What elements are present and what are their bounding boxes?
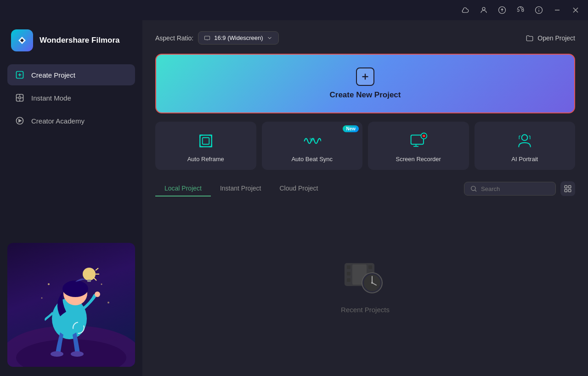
content-area: Aspect Ratio: 16:9 (Widescreen) — [142, 20, 588, 376]
svg-point-22 — [62, 281, 88, 297]
account-icon[interactable] — [479, 5, 489, 15]
svg-point-30 — [95, 292, 100, 297]
sidebar-item-instant-mode[interactable]: Instant Mode — [7, 87, 135, 108]
close-button[interactable] — [571, 5, 581, 15]
feature-card-ai-portrait[interactable]: AI Portrait — [475, 122, 576, 170]
empty-state-label: Recent Projects — [341, 306, 390, 314]
svg-rect-61 — [347, 272, 351, 275]
minimize-button[interactable] — [552, 5, 562, 15]
plus-icon — [360, 72, 370, 82]
svg-rect-41 — [200, 135, 211, 146]
open-project-label: Open Project — [537, 34, 575, 42]
svg-point-45 — [422, 135, 425, 137]
sidebar-item-label-creator-academy: Creator Academy — [31, 117, 85, 125]
sidebar-item-label-create-project: Create Project — [31, 71, 75, 79]
svg-point-48 — [522, 135, 528, 140]
empty-state-icon — [342, 256, 388, 297]
main-layout: Wondershare Filmora Create Project — [0, 20, 588, 376]
chevron-down-icon — [266, 35, 273, 41]
titlebar — [0, 0, 588, 20]
cloud-icon[interactable] — [460, 5, 470, 15]
sidebar-item-label-instant-mode: Instant Mode — [31, 94, 71, 102]
svg-rect-56 — [569, 185, 571, 188]
svg-rect-24 — [87, 280, 91, 282]
create-project-icon — [15, 70, 25, 80]
svg-point-34 — [101, 284, 102, 285]
grid-icon — [564, 185, 572, 193]
upload-icon[interactable] — [497, 5, 507, 15]
svg-rect-55 — [565, 185, 567, 188]
sidebar-illustration — [7, 243, 135, 367]
tabs-row: Local Project Instant Project Cloud Proj… — [155, 181, 575, 196]
svg-point-28 — [51, 351, 63, 357]
svg-point-12 — [19, 97, 21, 99]
brand-name: Wondershare Filmora — [40, 35, 119, 45]
creator-academy-icon — [15, 116, 25, 126]
sidebar: Wondershare Filmora Create Project — [0, 20, 142, 376]
aspect-ratio-label: Aspect Ratio: — [155, 34, 193, 42]
feature-card-auto-reframe[interactable]: Auto Reframe — [155, 122, 256, 170]
feature-card-label-auto-beat-sync: Auto Beat Sync — [291, 156, 333, 163]
content-header: Aspect Ratio: 16:9 (Widescreen) — [155, 31, 575, 45]
auto-reframe-icon — [196, 131, 216, 151]
auto-beat-sync-icon — [302, 131, 322, 151]
feature-card-auto-beat-sync[interactable]: New Auto Beat Sync — [262, 122, 363, 170]
svg-line-54 — [475, 190, 476, 191]
new-badge: New — [343, 125, 359, 132]
create-new-project-label: Create New Project — [330, 90, 401, 100]
grid-view-button[interactable] — [560, 181, 575, 196]
svg-point-35 — [107, 302, 109, 303]
info-icon[interactable] — [534, 5, 544, 15]
search-icon — [470, 185, 477, 192]
instant-mode-icon — [15, 93, 25, 103]
search-box[interactable] — [464, 182, 556, 196]
svg-rect-63 — [368, 265, 372, 269]
feature-card-screen-recorder[interactable]: Screen Recorder — [368, 122, 469, 170]
svg-line-27 — [94, 278, 96, 281]
create-plus-icon — [356, 67, 374, 86]
svg-rect-60 — [347, 265, 351, 269]
svg-point-23 — [83, 268, 96, 281]
aspect-ratio-group: Aspect Ratio: 16:9 (Widescreen) — [155, 31, 279, 45]
svg-point-32 — [48, 283, 50, 285]
aspect-ratio-dropdown[interactable]: 16:9 (Widescreen) — [198, 31, 279, 45]
svg-rect-62 — [347, 278, 351, 282]
svg-point-0 — [482, 7, 485, 10]
svg-rect-36 — [205, 36, 210, 39]
create-new-project-banner[interactable]: Create New Project — [155, 54, 575, 113]
svg-point-53 — [471, 186, 475, 191]
folder-icon — [526, 34, 534, 42]
feature-card-label-auto-reframe: Auto Reframe — [187, 156, 224, 163]
search-input[interactable] — [481, 185, 550, 192]
ai-portrait-icon — [514, 131, 535, 151]
tab-cloud-project[interactable]: Cloud Project — [270, 181, 327, 196]
brand: Wondershare Filmora — [7, 29, 135, 51]
feature-cards-grid: Auto Reframe New Auto Beat Sync — [155, 122, 575, 170]
empty-state: Recent Projects — [155, 205, 575, 365]
feature-card-label-screen-recorder: Screen Recorder — [396, 156, 441, 163]
svg-point-33 — [41, 297, 43, 299]
feature-card-label-ai-portrait: AI Portrait — [511, 156, 538, 163]
tab-instant-project[interactable]: Instant Project — [211, 181, 271, 196]
open-project-button[interactable]: Open Project — [526, 34, 575, 42]
tab-local-project[interactable]: Local Project — [155, 181, 211, 196]
svg-rect-42 — [202, 138, 209, 145]
tab-items: Local Project Instant Project Cloud Proj… — [155, 181, 464, 196]
aspect-ratio-value: 16:9 (Widescreen) — [214, 34, 263, 41]
screen-recorder-icon — [408, 131, 429, 151]
svg-point-20 — [52, 298, 87, 339]
headset-icon[interactable] — [515, 5, 526, 15]
sidebar-item-creator-academy[interactable]: Creator Academy — [7, 110, 135, 131]
svg-point-71 — [371, 282, 373, 284]
svg-rect-58 — [569, 190, 571, 192]
svg-point-29 — [71, 351, 84, 357]
svg-line-25 — [96, 268, 98, 270]
sidebar-item-create-project[interactable]: Create Project — [7, 64, 135, 85]
brand-logo — [11, 29, 33, 51]
svg-rect-57 — [565, 190, 567, 192]
